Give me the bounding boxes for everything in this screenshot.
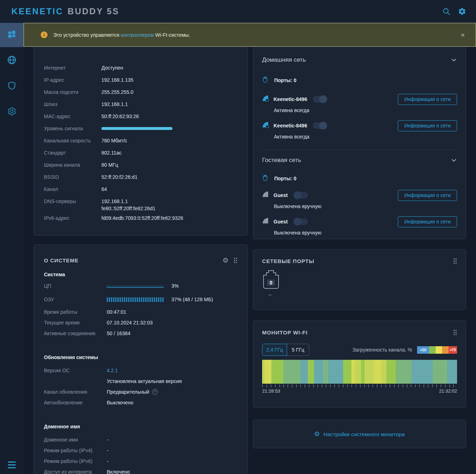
network-status: Активна всегда [274,107,457,115]
chevron-down-icon[interactable] [451,57,457,63]
os-status-row: Установлена актуальная версия [44,376,237,387]
gear-icon: ⚙ [314,431,320,437]
network-info-button[interactable]: Информация о сети [398,216,457,227]
channel-load-band [265,360,271,384]
wifi-toggle[interactable] [294,218,308,225]
panel-title: СЕТЕВЫЕ ПОРТЫ [262,258,314,264]
tab-5ghz[interactable]: 5 ГГц [287,344,309,356]
channel-load-band [386,360,396,384]
time-axis-ticks [262,384,457,387]
banner-close-icon[interactable]: × [461,31,465,39]
topbar-actions [442,7,467,16]
channel-load-band [262,360,265,384]
cpu-row: ЦП 3% [44,281,237,291]
info-row: Маска подсети255.255.255.0 [44,86,237,98]
drag-handle-icon[interactable] [234,257,237,263]
drag-handle-icon[interactable] [453,329,457,336]
legend-segment [429,346,436,354]
domain-row: Режим работы (IPv6)- [44,456,237,467]
monitor-settings-link[interactable]: ⚙ Настройки системного монитора [314,431,405,437]
network-ports-panel: СЕТЕВЫЕ ПОРТЫ 0 – [253,249,466,310]
settings-gear-icon[interactable] [457,7,467,16]
domain-row: Доступ из интернетаВключено [44,467,237,474]
channel-load-band [396,360,411,384]
wifi-lock-icon [262,121,269,130]
os-version-link[interactable]: 4.2.1 [107,368,118,373]
network-info-button[interactable]: Информация о сети [398,190,457,201]
wifi-toggle[interactable] [294,192,308,198]
sidebar-item-management[interactable] [0,99,24,125]
network-status: Выключена вручную [274,203,457,211]
notification-banner: i Это устройство управляется контроллеро… [24,23,476,47]
section-header-domain: Доменное имя [44,424,237,429]
search-icon[interactable] [442,7,451,16]
menu-toggle-icon[interactable] [0,462,24,468]
banner-text: Это устройство управляется контроллером … [53,32,190,38]
channel-load-band [328,360,344,384]
monitor-settings-panel: ⚙ Настройки системного монитора [253,420,466,448]
ram-row: ОЗУ 37% (48 / 128 МБ) [44,294,237,304]
port-sublabel: – [269,291,457,297]
legend-segment [436,346,442,354]
legend-segment: <10 [417,346,429,354]
wifi-toggle[interactable] [313,96,327,102]
info-row: BSSID52:ff:20:f2:26:d1 [44,171,237,183]
current-time-row: Текущее время07.10.2024 21:32:03 [44,317,237,328]
drag-handle-icon[interactable] [453,258,457,264]
sidebar [0,23,24,474]
guest-network-item: Guest Информация о сети [262,216,457,227]
domain-row: Доменное имя- [44,434,237,445]
signal-row: Уровень сигнала [44,122,237,135]
channel-load-band [381,360,387,384]
brand-primary: KEENETIC [11,6,63,16]
home-network-item: Keenetic-8496 Информация о сети [262,94,457,105]
channel-load-band [433,360,447,384]
help-icon[interactable]: ? [152,389,158,395]
info-icon: i [41,31,47,38]
svg-text:0: 0 [270,280,272,286]
update-channel-row: Канал обновления Предварительный ? [44,387,237,397]
guest-network-header: Гостевая сеть [262,156,457,165]
channel-load-band [323,360,328,384]
wifi-toggle[interactable] [313,122,327,129]
info-row: DNS-серверы 192.168.1.1fe80::52ff:20ff:f… [44,195,237,215]
time-start-label: 21:28:53 [262,388,280,394]
connections-row: Активные соединения50 / 16384 [44,328,237,339]
legend-label: Загруженность канала, % [352,347,412,353]
info-row: IPv6-адресfd09:4edb:7093:0:52ff:20ff:fe6… [44,215,237,227]
controller-link[interactable]: контроллером [121,32,154,38]
widget-settings-icon[interactable]: ⚙ [222,257,229,264]
networks-panel: Домашняя сеть Порты: 0 Keenetic-8496 Инф… [253,43,466,239]
os-version-row: Версия ОС4.2.1 [44,365,237,376]
info-row: MAC-адрес50:ff:20:62:93:26 [44,110,237,122]
uptime-row: Время работы00:47:01 [44,307,237,317]
ethernet-port-icon [262,175,268,183]
sidebar-item-security[interactable] [0,74,24,99]
globe-icon [7,55,17,66]
sidebar-item-dashboard[interactable] [0,23,24,47]
channel-load-band [271,360,283,384]
banner-text-before: Это устройство управляется [53,32,119,38]
info-row: Шлюз192.168.1.1 [44,98,237,110]
wifi-lock-icon [262,95,269,104]
ethernet-jack-icon[interactable]: 0 [263,270,457,291]
brand-logo: KEENETIC BUDDY 5S [11,6,119,16]
domain-row: Режим работы (IPv4)- [44,445,237,456]
section-header-updates: Обновления системы [44,354,237,360]
network-info-button[interactable]: Информация о сети [398,120,457,131]
signal-level-bar [101,127,172,130]
network-status: Активна всегда [274,134,457,141]
network-info-button[interactable]: Информация о сети [398,94,457,105]
tab-24ghz[interactable]: 2,4 ГГц [262,344,287,356]
sidebar-item-internet[interactable] [0,48,24,74]
channel-load-band [343,360,351,384]
channel-load-band [447,360,457,384]
wifi-icon [262,217,269,226]
legend-segment: >70 [449,346,457,354]
home-network-header: Домашняя сеть [262,55,457,65]
gear-icon [7,107,16,117]
chevron-down-icon[interactable] [451,157,457,163]
auto-update-row: АвтообновлениеВыключено [44,397,237,408]
channel-load-band [301,360,308,384]
system-panel: О СИСТЕМЕ ⚙ Система ЦП 3% ОЗУ 37% (48 / … [34,244,248,474]
